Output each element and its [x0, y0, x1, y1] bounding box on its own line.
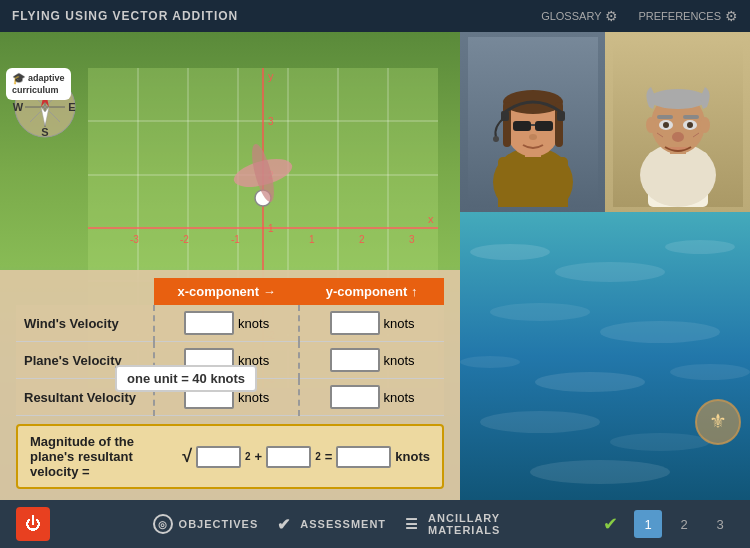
completion-checkmark: ✔	[603, 513, 618, 535]
magnitude-y-input[interactable]	[266, 446, 311, 468]
objectives-icon: ◎	[153, 514, 173, 534]
svg-text:1: 1	[268, 223, 274, 234]
magnitude-label: Magnitude of the plane's resultant veloc…	[30, 434, 178, 479]
sqrt-symbol: √	[182, 446, 192, 467]
power-button[interactable]: ⏻	[16, 507, 50, 541]
velocity-table: x-component → y-component ↑ Wind's Veloc…	[16, 278, 444, 416]
ancillary-button[interactable]: ☰ ANCILLARY MATERIALS	[402, 512, 500, 536]
wind-x-input[interactable]	[184, 311, 234, 335]
svg-text:3: 3	[409, 234, 415, 245]
wind-y-knots: knots	[384, 316, 415, 331]
svg-point-69	[672, 132, 684, 142]
logo-text-line1: adaptive	[28, 73, 65, 84]
app-logo: 🎓 adaptive curriculum	[6, 68, 71, 100]
svg-point-72	[646, 117, 656, 133]
magnitude-x-input[interactable]	[196, 446, 241, 468]
objectives-label: OBJECTIVES	[179, 518, 259, 530]
objectives-button[interactable]: ◎ OBJECTIVES	[153, 514, 259, 534]
svg-point-84	[610, 433, 710, 451]
svg-rect-63	[657, 115, 673, 119]
unit-label: one unit = 40 knots	[115, 365, 257, 392]
svg-point-81	[535, 372, 645, 392]
svg-point-56	[493, 136, 499, 142]
magnitude-row: Magnitude of the plane's resultant veloc…	[16, 424, 444, 489]
ocean-background: ⚜	[460, 212, 750, 500]
svg-point-62	[649, 89, 707, 109]
svg-text:1: 1	[309, 234, 315, 245]
svg-point-79	[600, 321, 720, 343]
power-icon: ⏻	[25, 515, 41, 533]
ancillary-label: ANCILLARY	[428, 512, 500, 524]
resultant-y-knots: knots	[384, 390, 415, 405]
plane-y-knots: knots	[384, 353, 415, 368]
page-title: FLYING USING VECTOR ADDITION	[12, 9, 238, 23]
preferences-icon: ⚙	[725, 8, 738, 24]
svg-rect-64	[683, 115, 699, 119]
x-component-header: x-component →	[154, 278, 299, 305]
svg-point-76	[555, 262, 665, 282]
svg-point-85	[530, 460, 670, 484]
preferences-button[interactable]: PREFERENCES ⚙	[638, 8, 738, 24]
magnitude-power2: 2	[315, 451, 321, 462]
svg-point-67	[663, 122, 669, 128]
page-1-button[interactable]: 1	[634, 510, 662, 538]
magnitude-plus: +	[255, 449, 263, 464]
nav-buttons: ◎ OBJECTIVES ✔ ASSESSMENT ☰ ANCILLARY MA…	[153, 512, 501, 536]
app-header: FLYING USING VECTOR ADDITION GLOSSARY ⚙ …	[0, 0, 750, 32]
logo-icon: 🎓	[12, 72, 26, 85]
svg-text:3: 3	[268, 116, 274, 127]
wind-velocity-label: Wind's Velocity	[16, 305, 154, 342]
logo-text-line2: curriculum	[12, 85, 65, 96]
plane-y-input[interactable]	[330, 348, 380, 372]
magnitude-equals: =	[325, 449, 333, 464]
wind-y-input[interactable]	[330, 311, 380, 335]
page-3-button[interactable]: 3	[706, 510, 734, 538]
header-controls: GLOSSARY ⚙ PREFERENCES ⚙	[541, 8, 738, 24]
svg-text:E: E	[68, 101, 75, 113]
magnitude-result-input[interactable]	[336, 446, 391, 468]
pilot-character	[460, 32, 605, 212]
page-2-button[interactable]: 2	[670, 510, 698, 538]
resultant-y-cell: knots	[299, 379, 444, 416]
preferences-label: PREFERENCES	[638, 10, 721, 22]
assessment-label: ASSESSMENT	[300, 518, 386, 530]
glossary-button[interactable]: GLOSSARY ⚙	[541, 8, 618, 24]
svg-point-68	[687, 122, 693, 128]
magnitude-power1: 2	[245, 451, 251, 462]
ancillary-icon: ☰	[402, 514, 422, 534]
svg-point-53	[529, 134, 537, 140]
wind-x-knots: knots	[238, 316, 269, 331]
svg-rect-52	[531, 124, 535, 126]
wind-x-cell: knots	[154, 305, 299, 342]
svg-rect-50	[513, 121, 531, 131]
glossary-icon: ⚙	[605, 8, 618, 24]
svg-rect-51	[535, 121, 553, 131]
svg-text:S: S	[41, 126, 48, 138]
y-component-header: y-component ↑	[299, 278, 444, 305]
svg-text:y: y	[268, 70, 274, 82]
elder-character	[605, 32, 750, 212]
svg-rect-55	[557, 111, 565, 121]
svg-text:W: W	[13, 101, 24, 113]
svg-point-82	[670, 364, 750, 380]
svg-point-78	[490, 303, 590, 321]
unit-label-text: one unit = 40 knots	[127, 371, 245, 386]
wind-y-cell: knots	[299, 305, 444, 342]
svg-point-83	[480, 411, 600, 433]
svg-text:2: 2	[359, 234, 365, 245]
svg-point-80	[460, 356, 520, 368]
svg-text:-1: -1	[231, 234, 240, 245]
characters-panel	[460, 32, 750, 212]
glossary-label: GLOSSARY	[541, 10, 601, 22]
graph-area: 🎓 adaptive curriculum N S W E	[0, 32, 460, 500]
assessment-button[interactable]: ✔ ASSESSMENT	[274, 514, 386, 534]
svg-text:-2: -2	[180, 234, 189, 245]
plane-y-cell: knots	[299, 342, 444, 379]
resultant-y-input[interactable]	[330, 385, 380, 409]
svg-text:⚜: ⚜	[709, 410, 727, 432]
main-content: 🎓 adaptive curriculum N S W E	[0, 32, 750, 500]
right-panel: ⚜	[460, 32, 750, 500]
page-numbers: 1 2 3	[634, 510, 734, 538]
magnitude-knots: knots	[395, 449, 430, 464]
svg-point-73	[700, 117, 710, 133]
